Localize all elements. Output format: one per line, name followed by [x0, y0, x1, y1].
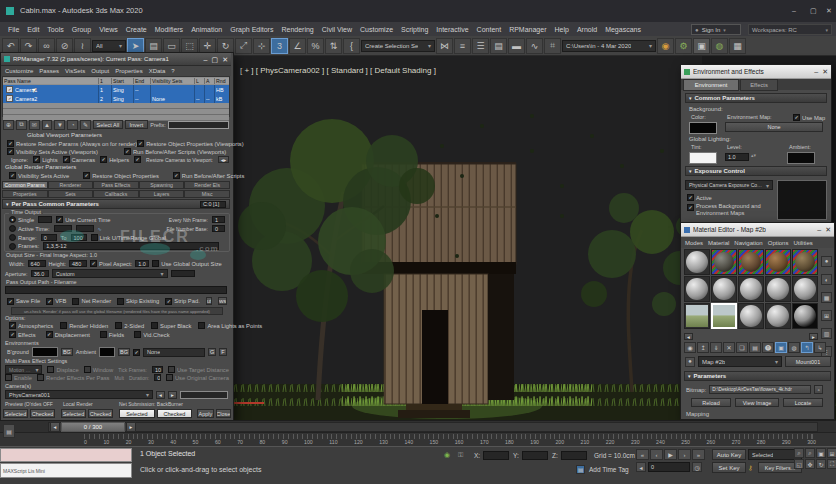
edit-named-selection-icon[interactable]: { — [343, 38, 360, 54]
material-slot[interactable] — [765, 303, 791, 329]
env-g-button[interactable]: G — [208, 348, 216, 356]
rpm-tab[interactable]: Pass Effects — [93, 181, 139, 189]
column-header[interactable]: Visibility Sets — [151, 78, 195, 84]
select-scale-icon[interactable]: ⤢ — [235, 38, 252, 54]
curve-editor-icon[interactable]: ∿ — [526, 38, 543, 54]
height-field[interactable]: 480 — [69, 260, 87, 267]
frames-radio[interactable]: Frames: — [9, 243, 39, 250]
restore-object-props-checkbox[interactable]: Restore Object Properties (Viewports) — [137, 140, 244, 147]
delete-pass-icon[interactable]: ✉ — [29, 120, 40, 130]
close-button[interactable]: ✕ — [826, 7, 832, 14]
process-background-checkbox[interactable]: Process Background and Environment Maps — [687, 203, 773, 217]
zoom-icon[interactable]: ⌕ — [794, 448, 804, 458]
render-pass-icon[interactable]: ◔ — [67, 120, 78, 130]
schematic-view-icon[interactable]: ⌗ — [544, 38, 561, 54]
link-time-icon[interactable]: ∿ — [98, 226, 102, 232]
range-from-field[interactable]: 0 — [41, 234, 57, 241]
select-all-button[interactable]: Select All — [93, 120, 123, 129]
parameters-rollout[interactable]: ▾ Parameters — [684, 371, 831, 381]
menu-item[interactable]: Content — [477, 26, 502, 33]
ribbon-icon[interactable]: ▬ — [508, 38, 525, 54]
environment-map-button[interactable]: None — [725, 122, 823, 132]
align-icon[interactable]: ≡ — [454, 38, 471, 54]
exposure-type-dropdown[interactable]: Physical Camera Exposure Control▾ — [685, 180, 773, 190]
z-coordinate-field[interactable] — [561, 451, 587, 460]
rpm-tab[interactable]: Render Els — [184, 181, 230, 189]
net-selected-button[interactable]: Selected — [119, 409, 155, 418]
render-hidden-checkbox[interactable]: Render Hidden — [60, 322, 108, 329]
add-time-tag[interactable]: Add Time Tag — [589, 466, 629, 473]
rpm-menu-item[interactable]: Properties — [115, 68, 142, 74]
backlight-icon[interactable]: ◐ — [821, 274, 832, 285]
rpm-tab[interactable]: Common Params — [2, 181, 48, 189]
rpm-tab[interactable]: Misc — [184, 190, 230, 198]
project-folder-dropdown[interactable]: C:\Users\in - 4 Mar 2020▾ — [562, 40, 656, 52]
angle-snap-icon[interactable]: ∠ — [289, 38, 306, 54]
menu-item[interactable]: Graph Editors — [230, 26, 273, 33]
every-nth-field[interactable]: 1 — [212, 216, 225, 223]
camera-next-button[interactable]: ▸ — [168, 391, 177, 399]
minimize-icon[interactable]: – — [204, 56, 208, 63]
column-header[interactable]: A — [205, 78, 215, 84]
material-slot[interactable] — [684, 249, 710, 275]
time-step-forward-button[interactable]: ▸ — [126, 422, 136, 432]
sign-in-button[interactable]: ● Sign In ▾ — [691, 24, 741, 35]
tab-environment[interactable]: Environment — [683, 79, 739, 91]
locate-button[interactable]: Locate — [783, 398, 823, 407]
pick-material-eyedropper-icon[interactable]: ⦁ — [685, 357, 695, 367]
maximize-viewport-icon[interactable]: ⛶ — [827, 459, 836, 469]
restore-cameras-spinner[interactable]: ◂▸ — [218, 156, 229, 163]
skip-existing-checkbox[interactable]: Skip Existing — [117, 298, 159, 305]
close-rpm-button[interactable]: Close — [216, 409, 231, 418]
rpm-menu-item[interactable]: ? — [171, 68, 174, 74]
pass-notes-icon[interactable]: ✎ — [80, 120, 91, 130]
viewport-label[interactable]: [ + ] [ PhysCamera002 ] [ Standard ] [ D… — [240, 66, 436, 75]
get-material-icon[interactable]: ◉ — [684, 342, 696, 353]
use-map-checkbox[interactable]: Use Map — [793, 114, 825, 121]
go-forward-icon[interactable]: ↳ — [814, 342, 826, 353]
ambient-bg-button[interactable]: BG — [118, 348, 130, 356]
maxscript-listener-icon[interactable]: ▤ — [3, 424, 15, 438]
zoom-extents-icon[interactable]: ▣ — [816, 448, 826, 458]
column-header[interactable]: 1 — [99, 78, 112, 84]
next-frame-icon[interactable]: › — [678, 449, 691, 460]
mirror-icon[interactable]: ⋈ — [436, 38, 453, 54]
material-slot[interactable] — [792, 276, 818, 302]
rpm-menu-item[interactable]: Output — [91, 68, 109, 74]
env-map-checkbox[interactable] — [133, 349, 140, 356]
rpm-tab[interactable]: Sets — [48, 190, 94, 198]
menu-item[interactable]: Modifiers — [155, 26, 183, 33]
material-slot[interactable] — [684, 276, 710, 302]
material-slot[interactable] — [765, 249, 791, 275]
aperture-field[interactable]: 36.0 — [31, 270, 49, 277]
selection-lock-icon[interactable]: ⚿ — [458, 451, 463, 459]
single-radio[interactable]: Single — [9, 216, 34, 223]
tab-effects[interactable]: Effects — [740, 79, 778, 91]
view-image-button[interactable]: View Image — [735, 398, 779, 407]
grp-run-scripts-checkbox[interactable]: Run Before/After Scripts — [173, 172, 245, 179]
scene-explorer-icon[interactable]: ☰ — [472, 38, 489, 54]
minimize-button[interactable]: – — [792, 7, 796, 14]
env-dialog-titlebar[interactable]: Environment and Effects – ✕ — [681, 65, 831, 79]
clear-bitmap-button[interactable]: ▫ — [814, 385, 823, 394]
material-slot[interactable] — [738, 276, 764, 302]
aperture-mode-dropdown[interactable]: Custom▾ — [52, 269, 168, 278]
per-pass-rollout[interactable]: ▾ Per Pass Common Parameters C:0 [1] — [2, 199, 230, 209]
vfb-checkbox[interactable]: VFB — [46, 298, 66, 305]
material-slot[interactable] — [711, 303, 737, 329]
column-header[interactable]: Pass Name — [3, 78, 99, 84]
file-base-field[interactable]: 0 — [212, 225, 225, 232]
material-slot[interactable] — [792, 249, 818, 275]
menu-item[interactable]: Rendering — [281, 26, 313, 33]
column-header[interactable]: Start — [112, 78, 134, 84]
strip-pad-checkbox[interactable]: Strip Pad. — [165, 298, 199, 305]
active-end-field[interactable] — [76, 225, 94, 232]
net-render-checkbox[interactable]: Net Render — [72, 298, 111, 305]
create-selection-set-dropdown[interactable]: Create Selection Se▾ — [361, 40, 435, 52]
minimize-icon[interactable]: – — [814, 68, 818, 75]
play-icon[interactable]: ▶ — [664, 449, 677, 460]
bground-bg-button[interactable]: BG — [61, 348, 73, 356]
assign-material-icon[interactable]: ⇓ — [710, 342, 722, 353]
track-bar[interactable]: 0 10 20 30 40 50 60 70 80 90 100 11 — [0, 432, 836, 446]
preview-selected-button[interactable]: Selected — [3, 409, 28, 418]
